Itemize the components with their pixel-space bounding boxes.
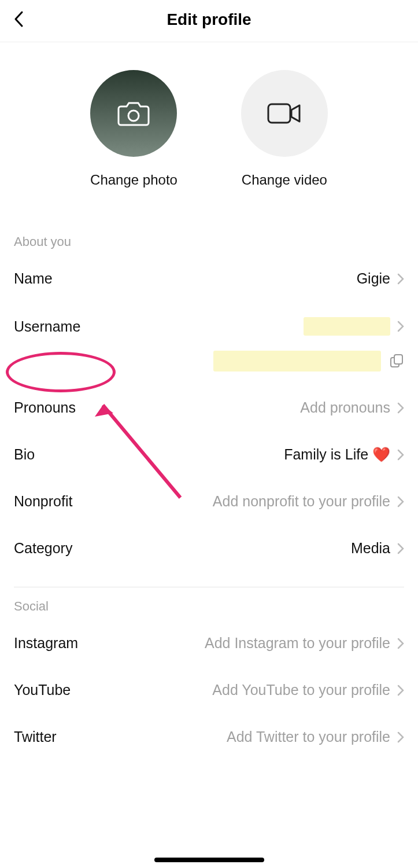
row-bio[interactable]: Bio Family is Life ❤️ <box>14 431 404 478</box>
row-name-label: Name <box>14 270 53 287</box>
row-youtube-label: YouTube <box>14 682 71 698</box>
row-bio-value: Family is Life ❤️ <box>284 446 390 463</box>
change-photo-circle[interactable] <box>90 70 177 157</box>
svg-rect-1 <box>268 104 290 123</box>
change-photo-label: Change photo <box>90 172 177 188</box>
chevron-left-icon <box>13 10 25 28</box>
row-pronouns-label: Pronouns <box>14 399 76 416</box>
row-twitter[interactable]: Twitter Add Twitter to your profile <box>14 713 404 760</box>
video-icon <box>267 101 302 126</box>
row-nonprofit-value: Add nonprofit to your profile <box>213 493 390 510</box>
camera-icon <box>117 100 150 127</box>
row-profile-link[interactable] <box>0 351 418 384</box>
chevron-right-icon <box>397 402 404 414</box>
home-indicator <box>154 858 264 862</box>
change-video-item: Change video <box>241 70 328 188</box>
section-social-title: Social <box>0 587 418 620</box>
row-category[interactable]: Category Media <box>14 525 404 572</box>
change-video-circle[interactable] <box>241 70 328 157</box>
row-username-label: Username <box>14 318 80 335</box>
row-username[interactable]: Username <box>14 302 404 351</box>
row-instagram[interactable]: Instagram Add Instagram to your profile <box>14 620 404 667</box>
chevron-right-icon <box>397 273 404 285</box>
chevron-right-icon <box>397 321 404 332</box>
page-title: Edit profile <box>167 10 251 29</box>
row-twitter-value: Add Twitter to your profile <box>227 729 390 745</box>
copy-icon[interactable] <box>389 354 404 369</box>
header: Edit profile <box>0 0 418 42</box>
row-category-value: Media <box>351 540 390 557</box>
change-video-label: Change video <box>241 172 328 188</box>
row-nonprofit[interactable]: Nonprofit Add nonprofit to your profile <box>14 478 404 525</box>
back-button[interactable] <box>10 10 28 28</box>
media-row: Change photo Change video <box>0 42 418 223</box>
row-pronouns-value: Add pronouns <box>300 399 390 416</box>
section-about-title: About you <box>0 223 418 255</box>
row-youtube[interactable]: YouTube Add YouTube to your profile <box>14 667 404 713</box>
profile-link-redacted-highlight <box>213 351 381 372</box>
row-instagram-label: Instagram <box>14 635 78 652</box>
change-photo-item: Change photo <box>90 70 177 188</box>
social-list: Instagram Add Instagram to your profile … <box>0 620 418 760</box>
row-bio-label: Bio <box>14 446 35 463</box>
about-list-2: Pronouns Add pronouns Bio Family is Life… <box>0 384 418 587</box>
chevron-right-icon <box>397 449 404 461</box>
row-instagram-value: Add Instagram to your profile <box>205 635 390 652</box>
username-redacted-highlight <box>304 317 390 336</box>
row-name-value: Gigie <box>357 270 390 287</box>
row-twitter-label: Twitter <box>14 729 57 745</box>
row-name[interactable]: Name Gigie <box>14 255 404 302</box>
row-category-label: Category <box>14 540 72 557</box>
chevron-right-icon <box>397 496 404 507</box>
chevron-right-icon <box>397 731 404 743</box>
row-nonprofit-label: Nonprofit <box>14 493 72 510</box>
chevron-right-icon <box>397 638 404 649</box>
row-pronouns[interactable]: Pronouns Add pronouns <box>14 384 404 431</box>
about-list: Name Gigie Username <box>0 255 418 351</box>
chevron-right-icon <box>397 543 404 554</box>
svg-rect-3 <box>394 355 402 364</box>
row-youtube-value: Add YouTube to your profile <box>212 682 390 698</box>
svg-point-0 <box>128 111 139 121</box>
chevron-right-icon <box>397 685 404 696</box>
